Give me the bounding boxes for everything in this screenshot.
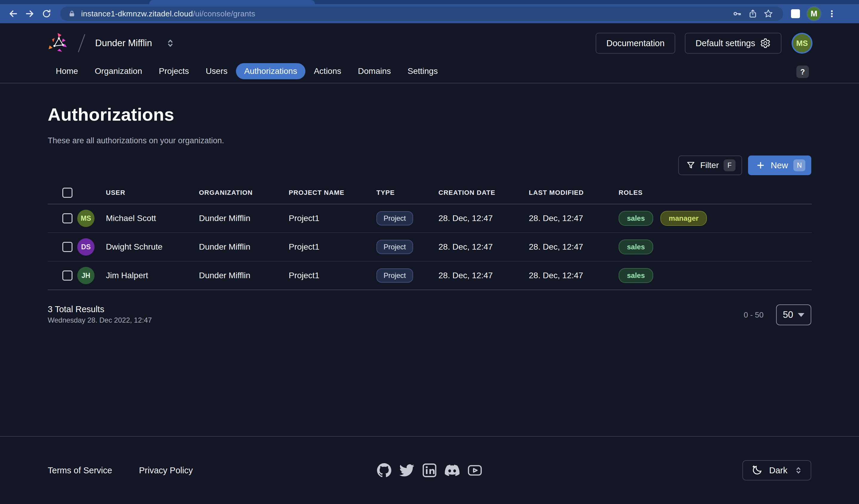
organization-cell: Dunder Mifflin: [199, 214, 289, 223]
browser-tabstrip: [0, 0, 859, 4]
organization-cell: Dunder Mifflin: [199, 271, 289, 280]
new-label: New: [771, 160, 788, 170]
nav-item-authorizations[interactable]: Authorizations: [236, 63, 305, 79]
default-settings-label: Default settings: [695, 38, 755, 48]
github-icon[interactable]: [377, 463, 392, 478]
twitter-icon[interactable]: [400, 463, 414, 478]
bookmark-star-icon[interactable]: [760, 6, 776, 21]
user-name: Jim Halpert: [106, 271, 148, 280]
browser-profile-avatar[interactable]: M: [807, 6, 822, 21]
help-button[interactable]: ?: [796, 65, 809, 78]
social-links: [377, 463, 482, 478]
authorizations-table: USER ORGANIZATION PROJECT NAME TYPE CREA…: [48, 182, 812, 290]
page-title: Authorizations: [48, 104, 811, 125]
nav-item-settings[interactable]: Settings: [400, 63, 446, 79]
theme-toggle[interactable]: Dark: [742, 460, 811, 481]
page-footer: Terms of Service Privacy Policy Dar: [0, 436, 859, 504]
user-avatar[interactable]: MS: [793, 34, 811, 52]
browser-chrome: instance1-dkmnzw.zitadel.cloud/ui/consol…: [0, 0, 859, 23]
back-icon[interactable]: [5, 5, 21, 22]
column-header-project: PROJECT NAME: [289, 189, 376, 196]
row-checkbox[interactable]: [62, 270, 73, 281]
column-header-roles: ROLES: [619, 189, 812, 196]
role-badge: sales: [619, 211, 653, 226]
table-row[interactable]: MS Michael Scott Dunder Mifflin Project1…: [48, 204, 812, 233]
lock-icon: [68, 10, 76, 18]
column-header-creation: CREATION DATE: [438, 189, 529, 196]
results-timestamp: Wednesday 28. Dec 2022, 12:47: [48, 316, 152, 325]
filter-label: Filter: [700, 160, 719, 170]
select-all-checkbox[interactable]: [62, 188, 73, 198]
avatar: DS: [77, 238, 94, 255]
app-header: Dunder Mifflin Documentation Default set…: [0, 23, 859, 63]
nav-item-domains[interactable]: Domains: [350, 63, 399, 79]
password-key-icon[interactable]: [729, 6, 745, 21]
reload-icon[interactable]: [38, 5, 55, 22]
role-badge: manager: [660, 211, 707, 226]
default-settings-button[interactable]: Default settings: [685, 33, 781, 53]
terms-of-service-link[interactable]: Terms of Service: [48, 466, 112, 475]
table-header-row: USER ORGANIZATION PROJECT NAME TYPE CREA…: [48, 182, 812, 204]
avatar: MS: [77, 210, 94, 227]
user-name: Dwight Schrute: [106, 242, 163, 252]
project-cell: Project1: [289, 242, 376, 252]
type-badge: Project: [376, 211, 413, 225]
browser-toolbar: instance1-dkmnzw.zitadel.cloud/ui/consol…: [0, 4, 859, 23]
actions-row: Filter F New N: [48, 156, 811, 175]
column-header-modified: LAST MODIFIED: [529, 189, 619, 196]
documentation-button[interactable]: Documentation: [596, 33, 675, 53]
forward-icon[interactable]: [21, 5, 38, 22]
project-cell: Project1: [289, 214, 376, 223]
last-modified-cell: 28. Dec, 12:47: [529, 242, 619, 252]
nav-item-home[interactable]: Home: [47, 63, 87, 79]
browser-tab[interactable]: [149, 0, 315, 4]
sidebar-toggle-icon[interactable]: [787, 6, 803, 22]
gear-icon: [760, 38, 771, 49]
pagination-range: 0 - 50: [744, 310, 764, 320]
moon-icon: [751, 465, 763, 476]
main-nav: Home Organization Projects Users Authori…: [0, 63, 859, 83]
page-size-value: 50: [783, 310, 793, 320]
nav-item-users[interactable]: Users: [197, 63, 236, 79]
table-row[interactable]: DS Dwight Schrute Dunder Mifflin Project…: [48, 233, 812, 262]
organization-cell: Dunder Mifflin: [199, 242, 289, 252]
creation-date-cell: 28. Dec, 12:47: [438, 242, 529, 252]
zitadel-logo-icon[interactable]: [48, 32, 69, 54]
filter-button[interactable]: Filter F: [678, 156, 742, 175]
row-checkbox[interactable]: [62, 213, 73, 223]
column-header-user: USER: [77, 189, 199, 196]
page-size-select[interactable]: 50: [776, 304, 811, 325]
chevron-down-icon: [798, 313, 804, 317]
total-results: 3 Total Results: [48, 304, 152, 314]
role-badge: sales: [619, 239, 653, 254]
project-cell: Project1: [289, 271, 376, 280]
nav-item-actions[interactable]: Actions: [305, 63, 350, 79]
new-button[interactable]: New N: [748, 156, 811, 175]
creation-date-cell: 28. Dec, 12:47: [438, 271, 529, 280]
org-switcher-icon[interactable]: [165, 37, 175, 49]
filter-funnel-icon: [686, 160, 695, 170]
share-icon[interactable]: [745, 6, 760, 21]
row-checkbox[interactable]: [62, 242, 73, 252]
user-name: Michael Scott: [106, 214, 156, 223]
type-badge: Project: [376, 268, 413, 283]
role-badge: sales: [619, 268, 653, 283]
youtube-icon[interactable]: [467, 463, 482, 478]
table-row[interactable]: JH Jim Halpert Dunder Mifflin Project1 P…: [48, 262, 812, 290]
linkedin-icon[interactable]: [422, 463, 437, 478]
theme-switcher-icon: [794, 465, 803, 476]
browser-menu-icon[interactable]: [824, 6, 839, 22]
documentation-label: Documentation: [606, 38, 665, 48]
org-name[interactable]: Dunder Mifflin: [95, 38, 152, 49]
column-header-organization: ORGANIZATION: [199, 189, 289, 196]
url-text: instance1-dkmnzw.zitadel.cloud/ui/consol…: [81, 9, 255, 18]
page-subtitle: These are all authorizations on your org…: [48, 136, 811, 145]
privacy-policy-link[interactable]: Privacy Policy: [139, 466, 193, 475]
type-badge: Project: [376, 240, 413, 254]
address-bar[interactable]: instance1-dkmnzw.zitadel.cloud/ui/consol…: [60, 6, 783, 21]
theme-label: Dark: [769, 466, 787, 475]
nav-item-organization[interactable]: Organization: [87, 63, 151, 79]
discord-icon[interactable]: [445, 463, 459, 478]
org-slash-divider: [78, 34, 85, 52]
nav-item-projects[interactable]: Projects: [150, 63, 197, 79]
